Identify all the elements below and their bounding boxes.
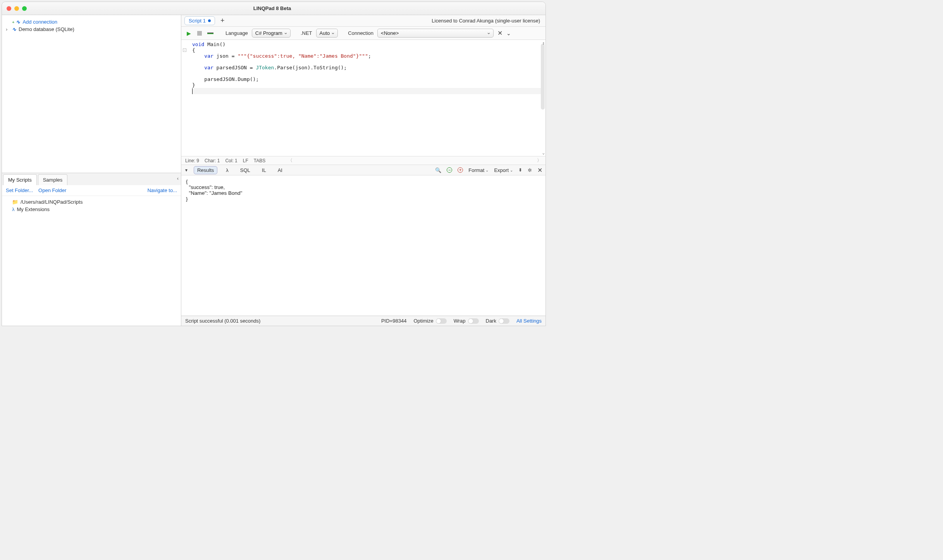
stop-button[interactable] xyxy=(196,30,203,37)
code-editor[interactable]: - void Main() { var json = """{"success"… xyxy=(181,40,545,156)
nav-back-icon[interactable]: 〈 xyxy=(288,157,293,164)
plus-icon: + xyxy=(12,20,14,24)
scripts-tree: 📁 /Users/rad/LINQPad/Scripts λ My Extens… xyxy=(2,196,181,326)
results-tab-ai[interactable]: AI xyxy=(275,167,286,174)
clear-connection-button[interactable]: ✕ xyxy=(497,29,502,37)
language-select[interactable]: C# Program xyxy=(252,29,291,38)
chevron-right-icon[interactable]: › xyxy=(6,26,10,32)
database-icon: ∿ xyxy=(12,26,16,32)
editor-expand-icon[interactable]: ⌄ xyxy=(542,150,545,155)
status-message: Script successful (0.001 seconds) xyxy=(185,318,260,324)
sidebar: + ∿ Add connection › ∿ Demo database (SQ… xyxy=(2,15,181,326)
script-tabbar: Script 1 + Licensed to Conrad Akunga (si… xyxy=(181,15,545,27)
all-settings-link[interactable]: All Settings xyxy=(516,318,542,324)
folder-icon: 📁 xyxy=(12,199,18,205)
cursor-line-text: Line: 9 xyxy=(185,158,199,163)
language-label: Language xyxy=(225,30,248,36)
minimize-window-button[interactable] xyxy=(14,6,19,11)
tab-samples[interactable]: Samples xyxy=(38,174,68,185)
collapse-sidebar-icon[interactable]: ‹ xyxy=(177,175,179,181)
nav-forward-icon[interactable]: 〉 xyxy=(537,157,542,164)
add-connection-link[interactable]: + ∿ Add connection xyxy=(6,18,177,26)
open-folder-link[interactable]: Open Folder xyxy=(38,187,66,193)
dirty-indicator-icon xyxy=(208,19,211,22)
results-refresh-icon[interactable]: ✲ xyxy=(528,167,532,173)
license-text: Licensed to Conrad Akunga (single-user l… xyxy=(432,18,542,24)
sidebar-links: Set Folder... Open Folder Navigate to... xyxy=(2,185,181,196)
collapse-all-icon[interactable]: − xyxy=(447,167,452,173)
app-window: LINQPad 8 Beta + ∿ Add connection › ∿ De… xyxy=(2,2,546,326)
connection-select[interactable]: <None> xyxy=(377,29,494,38)
navigate-to-link[interactable]: Navigate to... xyxy=(147,187,177,193)
database-icon: ∿ xyxy=(16,19,20,25)
editor-scrollbar[interactable] xyxy=(541,44,545,110)
query-toolbar: ▶ Language C# Program .NET Auto Connecti… xyxy=(181,27,545,40)
set-folder-link[interactable]: Set Folder... xyxy=(6,187,33,193)
results-updown-icon[interactable]: ⬍ xyxy=(518,167,522,173)
tab-my-scripts[interactable]: My Scripts xyxy=(3,174,37,185)
wrap-toggle[interactable]: Wrap xyxy=(454,318,479,324)
toolbar-more-icon[interactable]: ⌄ xyxy=(506,30,511,36)
run-button[interactable]: ▶ xyxy=(185,30,192,37)
results-output[interactable]: { "success": true, "Name": "James Bond" … xyxy=(181,175,545,316)
fold-toggle-icon[interactable]: - xyxy=(183,48,186,52)
close-window-button[interactable] xyxy=(7,6,11,11)
connection-label: Connection xyxy=(348,30,373,36)
zoom-window-button[interactable] xyxy=(22,6,27,11)
statusbar: Script successful (0.001 seconds) PID=98… xyxy=(181,316,545,326)
results-tab-lambda[interactable]: λ xyxy=(223,167,232,174)
titlebar: LINQPad 8 Beta xyxy=(2,2,545,15)
sidebar-bottom-tabs: My Scripts Samples ‹ xyxy=(2,173,181,185)
editor-statusbar: Line: 9 Char: 1 Col: 1 LF TABS 〈 〉 xyxy=(181,156,545,165)
dark-toggle[interactable]: Dark xyxy=(486,318,509,324)
results-close-icon[interactable]: ✕ xyxy=(537,167,542,174)
window-title: LINQPad 8 Beta xyxy=(27,5,518,11)
demo-database-item[interactable]: › ∿ Demo database (SQLite) xyxy=(6,26,177,33)
add-tab-button[interactable]: + xyxy=(218,17,227,25)
traffic-lights xyxy=(7,6,27,11)
format-dropdown[interactable]: Format⌄ xyxy=(468,167,489,173)
results-tab-il[interactable]: IL xyxy=(259,167,269,174)
cursor-col-text: Col: 1 xyxy=(225,158,237,163)
cursor-char-text: Char: 1 xyxy=(205,158,220,163)
main-panel: Script 1 + Licensed to Conrad Akunga (si… xyxy=(181,15,545,326)
script-tab-1[interactable]: Script 1 xyxy=(184,16,215,25)
export-dropdown[interactable]: Export⌄ xyxy=(494,167,513,173)
results-tab-results[interactable]: Results xyxy=(194,166,217,174)
pid-text: PID=98344 xyxy=(381,318,406,324)
my-extensions-row[interactable]: λ My Extensions xyxy=(6,206,177,213)
results-collapse-icon[interactable]: ▼ xyxy=(184,168,188,172)
code-area[interactable]: void Main() { var json = """{"success":t… xyxy=(188,40,545,156)
editor-gutter: - xyxy=(181,40,188,156)
lambda-icon: λ xyxy=(12,206,15,212)
eol-text: LF xyxy=(243,158,248,163)
search-icon[interactable]: 🔍 xyxy=(435,167,441,173)
scripts-folder-row[interactable]: 📁 /Users/rad/LINQPad/Scripts xyxy=(6,198,177,206)
progress-marker-icon[interactable] xyxy=(207,30,214,37)
dotnet-select[interactable]: Auto xyxy=(316,29,338,38)
dotnet-label: .NET xyxy=(301,30,312,36)
text-cursor xyxy=(192,88,193,94)
optimize-toggle[interactable]: Optimize xyxy=(413,318,446,324)
expand-all-icon[interactable]: + xyxy=(458,167,463,173)
results-tab-sql[interactable]: SQL xyxy=(237,167,253,174)
tabs-text: TABS xyxy=(254,158,265,163)
connections-panel: + ∿ Add connection › ∿ Demo database (SQ… xyxy=(2,15,181,173)
results-toolbar: ▼ Results λ SQL IL AI 🔍 − + Format⌄ Expo… xyxy=(181,165,545,175)
editor-split-icon[interactable]: ⇕ xyxy=(542,41,545,46)
